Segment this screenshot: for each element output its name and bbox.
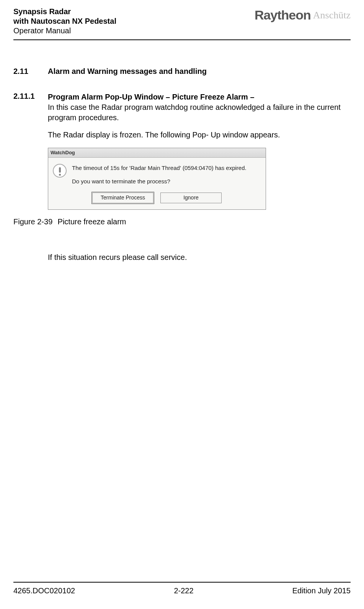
figure-number: Figure 2-39	[13, 217, 55, 226]
section-title: Alarm and Warning messages and handling	[48, 67, 207, 76]
header-title-block: Synapsis Radar with Nautoscan NX Pedesta…	[13, 7, 116, 36]
page-footer: 4265.DOC020102 2-222 Edition July 2015	[13, 582, 351, 595]
subsection-block: 2.11.1 Program Alarm Pop-Up Window – Pic…	[13, 92, 351, 210]
footer-edition: Edition July 2015	[292, 586, 351, 595]
logo-raytheon: Raytheon	[255, 8, 311, 23]
dialog-line1: The timeout of 15s for 'Radar Main Threa…	[72, 163, 246, 173]
header-line2: with Nautoscan NX Pedestal	[13, 16, 116, 26]
footer-doc-number: 4265.DOC020102	[13, 586, 75, 595]
header-line3: Operator Manual	[13, 26, 116, 36]
section-number: 2.11	[13, 67, 48, 76]
logo-anschutz: Anschütz	[313, 10, 351, 21]
subsection-para2: The Radar display is frozen. The followi…	[48, 130, 351, 140]
page-header: Synapsis Radar with Nautoscan NX Pedesta…	[0, 0, 364, 39]
subsection-title: Program Alarm Pop-Up Window – Picture Fr…	[48, 93, 255, 101]
info-icon	[53, 164, 67, 178]
footer-divider	[13, 582, 351, 583]
dialog-text: The timeout of 15s for 'Radar Main Threa…	[72, 163, 246, 186]
figure-caption: Figure 2-39 Picture freeze alarm	[13, 217, 351, 226]
figure-caption-text: Picture freeze alarm	[58, 217, 126, 226]
header-line1: Synapsis Radar	[13, 7, 116, 16]
section-heading: 2.11 Alarm and Warning messages and hand…	[13, 67, 351, 76]
dialog-line2: Do you want to terminate the process?	[72, 176, 246, 186]
watchdog-dialog: WatchDog The timeout of 15s for 'Radar M…	[48, 148, 266, 210]
subsection-para1: In this case the Radar program watchdog …	[48, 103, 341, 122]
ignore-button[interactable]: Ignore	[160, 193, 222, 203]
dialog-titlebar: WatchDog	[48, 148, 266, 158]
header-logo: Raytheon Anschütz	[255, 7, 351, 23]
terminate-process-button[interactable]: Terminate Process	[92, 193, 153, 203]
subsection-number: 2.11.1	[13, 92, 48, 210]
page-content: 2.11 Alarm and Warning messages and hand…	[0, 40, 364, 262]
footer-page-number: 2-222	[174, 586, 193, 595]
service-note: If this situation recurs please call ser…	[48, 253, 351, 262]
